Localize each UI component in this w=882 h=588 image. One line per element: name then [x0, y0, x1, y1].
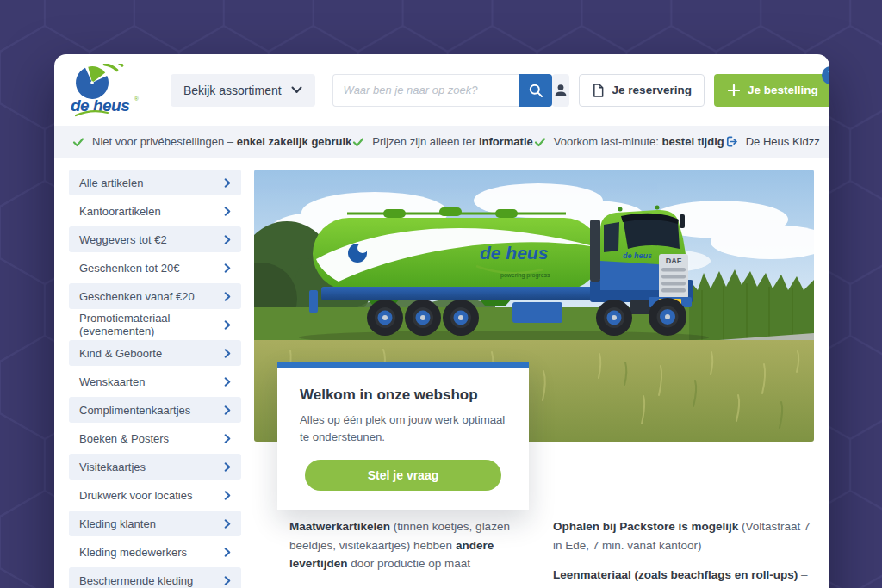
header: de heus ® Bekijk assortiment: [54, 54, 829, 126]
chevron-right-icon: [221, 547, 233, 558]
notice-item: Prijzen zijn alleen ter informatie: [351, 135, 532, 149]
main-panel: de heus powering progress: [254, 170, 814, 588]
account-button[interactable]: [552, 74, 569, 107]
sidebar-item-label: Complimentenkaartjes: [79, 404, 190, 417]
user-icon: [552, 82, 569, 99]
order-label: Je bestelling: [748, 84, 818, 96]
sidebar-item-label: Wenskaarten: [79, 375, 145, 388]
info-section: Maatwerkartikelen (tinnen koetjes, glaze…: [254, 517, 814, 588]
sidebar-item-drukwerk-voor-locaties[interactable]: Drukwerk voor locaties: [69, 482, 241, 508]
sidebar-item-geschenken-vanaf-20[interactable]: Geschenken vanaf €20: [69, 283, 241, 309]
search-icon: [528, 83, 543, 98]
sidebar-item-label: Visitekaartjes: [79, 461, 146, 473]
sidebar-item-kind-geboorte[interactable]: Kind & Geboorte: [69, 340, 241, 366]
info-paragraph: Alle relatiegeschenken en weggevers ligg…: [289, 585, 536, 588]
search-bar: [332, 74, 552, 107]
sidebar-item-label: Drukwerk voor locaties: [79, 489, 193, 502]
sidebar-item-kleding-medewerkers[interactable]: Kleding medewerkers: [69, 539, 241, 565]
chevron-right-icon: [221, 376, 233, 387]
content-area: Alle artikelenKantoorartikelenWeggevers …: [54, 158, 829, 588]
sidebar-item-complimentenkaartjes[interactable]: Complimentenkaartjes: [69, 397, 241, 423]
sidebar-item-label: Kleding medewerkers: [79, 546, 187, 559]
sidebar-item-label: Weggevers tot €2: [79, 233, 167, 246]
chevron-right-icon: [221, 490, 233, 501]
chevron-right-icon: [221, 575, 233, 586]
order-count-badge: 7: [822, 66, 829, 84]
logo-registered-mark: ®: [134, 96, 139, 102]
chevron-right-icon: [221, 405, 233, 416]
reservation-label: Je reservering: [612, 84, 692, 96]
sidebar-item-weggevers-tot-2[interactable]: Weggevers tot €2: [69, 226, 241, 252]
de-heus-logo[interactable]: de heus ®: [69, 64, 158, 117]
info-column-left: Maatwerkartikelen (tinnen koetjes, glaze…: [289, 517, 536, 588]
plus-icon: [728, 84, 740, 96]
info-paragraph: Ophalen bij Packstore is mogelijk (Volta…: [553, 517, 814, 554]
search-button[interactable]: [519, 74, 552, 107]
chevron-down-icon: [291, 86, 302, 94]
sidebar-item-label: Promotiemateriaal (evenementen): [79, 312, 221, 337]
notice-bar: Niet voor privébestellingen – enkel zake…: [54, 126, 829, 158]
sidebar-item-label: Beschermende kleding: [79, 574, 193, 587]
cab-brand-text: de heus: [623, 251, 652, 260]
sidebar-item-label: Geschenken vanaf €20: [79, 290, 195, 303]
category-sidebar: Alle artikelenKantoorartikelenWeggevers …: [69, 170, 241, 588]
de-heus-logo-icon: de heus ®: [69, 64, 155, 117]
check-icon: [351, 135, 365, 149]
sidebar-item-visitekaartjes[interactable]: Visitekaartjes: [69, 454, 241, 480]
external-link-icon: [724, 134, 739, 149]
trailer-wheels: [367, 300, 479, 336]
ask-question-button[interactable]: Stel je vraag: [305, 460, 501, 491]
sidebar-item-geschenken-tot-20[interactable]: Geschenken tot 20€: [69, 255, 241, 281]
sidebar-item-label: Kleding klanten: [79, 517, 156, 530]
sidebar-item-label: Kantoorartikelen: [79, 205, 161, 218]
info-paragraph: Maatwerkartikelen (tinnen koetjes, glaze…: [289, 517, 536, 573]
chevron-right-icon: [221, 518, 233, 529]
notice-text: Niet voor privébestellingen – enkel zake…: [92, 135, 351, 148]
sidebar-item-label: Alle artikelen: [79, 176, 143, 189]
chevron-right-icon: [221, 433, 233, 444]
chevron-right-icon: [221, 348, 233, 359]
sidebar-item-label: Geschenken tot 20€: [79, 262, 179, 275]
chevron-right-icon: [221, 234, 233, 245]
kidzz-link[interactable]: De Heus Kidzz: [724, 134, 820, 149]
document-icon: [592, 83, 605, 98]
assortment-label: Bekijk assortiment: [183, 84, 282, 97]
welcome-title: Welkom in onze webshop: [300, 387, 506, 404]
notice-item: Voorkom last-minute: bestel tijdig: [533, 135, 724, 149]
notice-text: Voorkom last-minute: bestel tijdig: [554, 135, 724, 148]
welcome-card: Welkom in onze webshop Alles op één plek…: [277, 362, 529, 510]
search-input[interactable]: [332, 74, 519, 107]
sidebar-item-boeken-posters[interactable]: Boeken & Posters: [69, 425, 241, 451]
truck-tagline-text: powering progress: [500, 272, 550, 279]
truck-brand-text: de heus: [480, 243, 548, 263]
chevron-right-icon: [221, 461, 233, 473]
sidebar-item-kantoorartikelen[interactable]: Kantoorartikelen: [69, 198, 241, 224]
info-paragraph: Leenmateriaal (zoals beachflags en roll-…: [553, 566, 814, 588]
notice-text: Prijzen zijn alleen ter informatie: [372, 135, 532, 148]
webshop-window: de heus ® Bekijk assortiment: [54, 54, 829, 588]
chevron-right-icon: [221, 291, 233, 302]
sidebar-item-label: Boeken & Posters: [79, 432, 169, 445]
sidebar-item-wenskaarten[interactable]: Wenskaarten: [69, 368, 241, 394]
reservation-button[interactable]: Je reservering: [579, 74, 705, 107]
grille-brand-text: DAF: [666, 257, 682, 265]
notice-item: Niet voor privébestellingen – enkel zake…: [71, 135, 351, 149]
check-icon: [71, 135, 85, 149]
sidebar-item-beschermende-kleding[interactable]: Beschermende kleding: [69, 567, 241, 588]
chevron-right-icon: [221, 263, 233, 274]
assortment-dropdown[interactable]: Bekijk assortiment: [171, 74, 315, 107]
chevron-right-icon: [221, 177, 233, 189]
welcome-body: Alles op één plek om jouw werk optimaal …: [300, 412, 506, 447]
chevron-right-icon: [221, 206, 233, 217]
chevron-right-icon: [221, 319, 233, 331]
info-column-right: Ophalen bij Packstore is mogelijk (Volta…: [553, 517, 814, 588]
sidebar-item-kleding-klanten[interactable]: Kleding klanten: [69, 511, 241, 536]
notice-text: De Heus Kidzz: [746, 135, 820, 148]
sidebar-item-promotiemateriaal-evenementen[interactable]: Promotiemateriaal (evenementen): [69, 312, 241, 337]
check-icon: [533, 135, 547, 149]
order-button[interactable]: Je bestelling 7: [714, 74, 829, 107]
sidebar-item-alle-artikelen[interactable]: Alle artikelen: [69, 170, 241, 195]
sidebar-item-label: Kind & Geboorte: [79, 347, 162, 360]
